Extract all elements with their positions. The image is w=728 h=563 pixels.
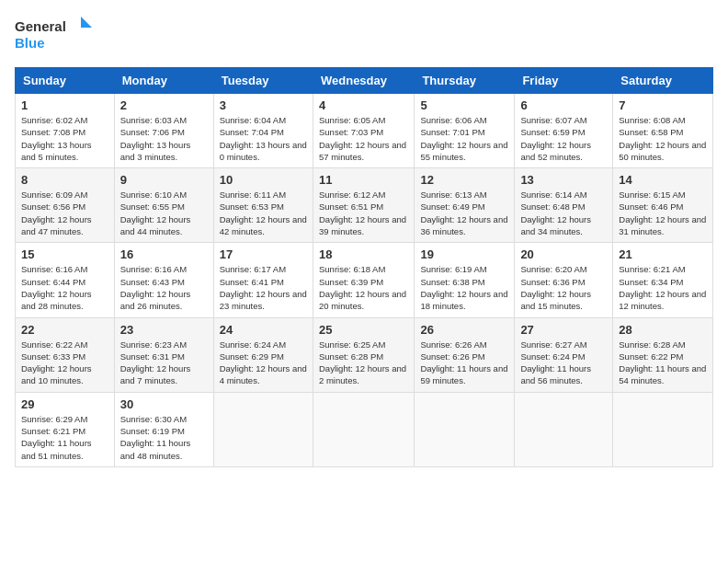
- day-info: Sunrise: 6:06 AM Sunset: 7:01 PM Dayligh…: [420, 114, 508, 163]
- calendar-day-cell: 20 Sunrise: 6:20 AM Sunset: 6:36 PM Dayl…: [515, 243, 613, 317]
- day-info: Sunrise: 6:02 AM Sunset: 7:08 PM Dayligh…: [21, 114, 108, 163]
- calendar-week-row: 1 Sunrise: 6:02 AM Sunset: 7:08 PM Dayli…: [16, 94, 713, 168]
- day-info: Sunrise: 6:29 AM Sunset: 6:21 PM Dayligh…: [21, 413, 108, 462]
- calendar-day-cell: [613, 392, 713, 466]
- day-number: 11: [319, 173, 408, 187]
- calendar-day-cell: 7 Sunrise: 6:08 AM Sunset: 6:58 PM Dayli…: [613, 94, 713, 168]
- day-number: 29: [21, 397, 108, 411]
- day-number: 20: [520, 247, 607, 261]
- calendar-day-cell: 23 Sunrise: 6:23 AM Sunset: 6:31 PM Dayl…: [114, 317, 213, 392]
- day-number: 5: [420, 98, 508, 112]
- calendar-day-header: Wednesday: [313, 68, 414, 94]
- calendar-day-cell: 27 Sunrise: 6:27 AM Sunset: 6:24 PM Dayl…: [515, 317, 613, 392]
- calendar-day-cell: 8 Sunrise: 6:09 AM Sunset: 6:56 PM Dayli…: [16, 168, 115, 243]
- day-info: Sunrise: 6:20 AM Sunset: 6:36 PM Dayligh…: [520, 263, 607, 312]
- calendar-day-cell: 14 Sunrise: 6:15 AM Sunset: 6:46 PM Dayl…: [613, 168, 713, 243]
- calendar-day-cell: 3 Sunrise: 6:04 AM Sunset: 7:04 PM Dayli…: [213, 94, 313, 168]
- calendar-day-cell: 26 Sunrise: 6:26 AM Sunset: 6:26 PM Dayl…: [415, 317, 515, 392]
- day-info: Sunrise: 6:03 AM Sunset: 7:06 PM Dayligh…: [120, 114, 208, 163]
- day-info: Sunrise: 6:16 AM Sunset: 6:44 PM Dayligh…: [21, 263, 108, 312]
- calendar-day-cell: [313, 392, 414, 466]
- day-number: 3: [220, 98, 307, 112]
- calendar-day-cell: 24 Sunrise: 6:24 AM Sunset: 6:29 PM Dayl…: [213, 317, 313, 392]
- calendar-day-cell: 17 Sunrise: 6:17 AM Sunset: 6:41 PM Dayl…: [213, 243, 313, 317]
- day-number: 12: [420, 173, 508, 187]
- day-number: 4: [319, 98, 408, 112]
- calendar-day-header: Saturday: [613, 68, 713, 94]
- day-info: Sunrise: 6:24 AM Sunset: 6:29 PM Dayligh…: [220, 339, 307, 387]
- day-info: Sunrise: 6:21 AM Sunset: 6:34 PM Dayligh…: [619, 263, 707, 312]
- day-number: 26: [420, 323, 508, 337]
- day-info: Sunrise: 6:26 AM Sunset: 6:26 PM Dayligh…: [420, 339, 508, 387]
- day-number: 13: [520, 173, 607, 187]
- day-info: Sunrise: 6:23 AM Sunset: 6:31 PM Dayligh…: [120, 339, 208, 387]
- day-info: Sunrise: 6:18 AM Sunset: 6:39 PM Dayligh…: [319, 263, 408, 312]
- calendar-day-cell: [515, 392, 613, 466]
- day-info: Sunrise: 6:10 AM Sunset: 6:55 PM Dayligh…: [120, 189, 208, 237]
- calendar-week-row: 8 Sunrise: 6:09 AM Sunset: 6:56 PM Dayli…: [16, 168, 713, 243]
- day-number: 9: [120, 173, 208, 187]
- day-info: Sunrise: 6:19 AM Sunset: 6:38 PM Dayligh…: [420, 263, 508, 312]
- day-info: Sunrise: 6:25 AM Sunset: 6:28 PM Dayligh…: [319, 339, 408, 387]
- day-number: 15: [21, 247, 108, 261]
- calendar-week-row: 22 Sunrise: 6:22 AM Sunset: 6:33 PM Dayl…: [16, 317, 713, 392]
- calendar-day-header: Tuesday: [213, 68, 313, 94]
- calendar-day-header: Sunday: [16, 68, 115, 94]
- day-number: 2: [120, 98, 208, 112]
- day-number: 24: [220, 323, 307, 337]
- calendar-day-cell: 22 Sunrise: 6:22 AM Sunset: 6:33 PM Dayl…: [16, 317, 115, 392]
- day-number: 27: [520, 323, 607, 337]
- day-number: 21: [619, 247, 707, 261]
- day-number: 19: [420, 247, 508, 261]
- day-number: 6: [520, 98, 607, 112]
- day-number: 7: [619, 98, 707, 112]
- day-number: 14: [619, 173, 707, 187]
- calendar-day-cell: 6 Sunrise: 6:07 AM Sunset: 6:59 PM Dayli…: [515, 94, 613, 168]
- day-info: Sunrise: 6:09 AM Sunset: 6:56 PM Dayligh…: [21, 189, 108, 237]
- day-info: Sunrise: 6:07 AM Sunset: 6:59 PM Dayligh…: [520, 114, 607, 163]
- calendar-day-cell: [213, 392, 313, 466]
- calendar-day-cell: 21 Sunrise: 6:21 AM Sunset: 6:34 PM Dayl…: [613, 243, 713, 317]
- svg-text:Blue: Blue: [15, 35, 45, 51]
- day-number: 16: [120, 247, 208, 261]
- day-number: 1: [21, 98, 108, 112]
- page-header: General Blue: [15, 15, 713, 56]
- day-number: 10: [220, 173, 307, 187]
- day-number: 30: [120, 397, 208, 411]
- day-info: Sunrise: 6:13 AM Sunset: 6:49 PM Dayligh…: [420, 189, 508, 237]
- calendar-body: 1 Sunrise: 6:02 AM Sunset: 7:08 PM Dayli…: [16, 94, 713, 467]
- day-info: Sunrise: 6:30 AM Sunset: 6:19 PM Dayligh…: [120, 413, 208, 462]
- calendar-day-cell: [415, 392, 515, 466]
- day-number: 23: [120, 323, 208, 337]
- calendar-day-cell: 28 Sunrise: 6:28 AM Sunset: 6:22 PM Dayl…: [613, 317, 713, 392]
- calendar-week-row: 29 Sunrise: 6:29 AM Sunset: 6:21 PM Dayl…: [16, 392, 713, 466]
- logo-svg: General Blue: [15, 15, 97, 56]
- day-info: Sunrise: 6:05 AM Sunset: 7:03 PM Dayligh…: [319, 114, 408, 163]
- day-number: 17: [220, 247, 307, 261]
- calendar-day-cell: 5 Sunrise: 6:06 AM Sunset: 7:01 PM Dayli…: [415, 94, 515, 168]
- calendar-day-cell: 16 Sunrise: 6:16 AM Sunset: 6:43 PM Dayl…: [114, 243, 213, 317]
- calendar-day-cell: 19 Sunrise: 6:19 AM Sunset: 6:38 PM Dayl…: [415, 243, 515, 317]
- day-info: Sunrise: 6:28 AM Sunset: 6:22 PM Dayligh…: [619, 339, 707, 387]
- day-info: Sunrise: 6:22 AM Sunset: 6:33 PM Dayligh…: [21, 339, 108, 387]
- day-info: Sunrise: 6:15 AM Sunset: 6:46 PM Dayligh…: [619, 189, 707, 237]
- logo: General Blue: [15, 15, 97, 56]
- day-info: Sunrise: 6:12 AM Sunset: 6:51 PM Dayligh…: [319, 189, 408, 237]
- calendar-day-cell: 12 Sunrise: 6:13 AM Sunset: 6:49 PM Dayl…: [415, 168, 515, 243]
- day-number: 28: [619, 323, 707, 337]
- day-info: Sunrise: 6:11 AM Sunset: 6:53 PM Dayligh…: [220, 189, 307, 237]
- calendar-day-cell: 10 Sunrise: 6:11 AM Sunset: 6:53 PM Dayl…: [213, 168, 313, 243]
- calendar-day-cell: 13 Sunrise: 6:14 AM Sunset: 6:48 PM Dayl…: [515, 168, 613, 243]
- calendar-week-row: 15 Sunrise: 6:16 AM Sunset: 6:44 PM Dayl…: [16, 243, 713, 317]
- calendar-header-row: SundayMondayTuesdayWednesdayThursdayFrid…: [16, 68, 713, 94]
- day-info: Sunrise: 6:27 AM Sunset: 6:24 PM Dayligh…: [520, 339, 607, 387]
- calendar-day-cell: 29 Sunrise: 6:29 AM Sunset: 6:21 PM Dayl…: [16, 392, 115, 466]
- day-info: Sunrise: 6:17 AM Sunset: 6:41 PM Dayligh…: [220, 263, 307, 312]
- calendar-day-cell: 1 Sunrise: 6:02 AM Sunset: 7:08 PM Dayli…: [16, 94, 115, 168]
- calendar-day-cell: 11 Sunrise: 6:12 AM Sunset: 6:51 PM Dayl…: [313, 168, 414, 243]
- calendar-day-cell: 25 Sunrise: 6:25 AM Sunset: 6:28 PM Dayl…: [313, 317, 414, 392]
- calendar-day-cell: 4 Sunrise: 6:05 AM Sunset: 7:03 PM Dayli…: [313, 94, 414, 168]
- calendar-day-cell: 2 Sunrise: 6:03 AM Sunset: 7:06 PM Dayli…: [114, 94, 213, 168]
- day-number: 18: [319, 247, 408, 261]
- day-number: 22: [21, 323, 108, 337]
